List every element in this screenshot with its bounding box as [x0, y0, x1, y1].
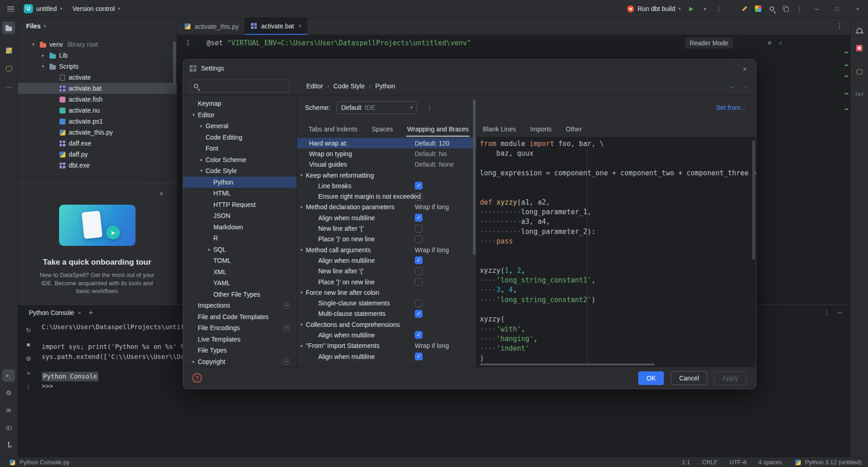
- settings-tree-item-keymap[interactable]: Keymap: [183, 98, 297, 109]
- settings-tree-item-color-scheme[interactable]: ▸Color Scheme: [183, 154, 297, 166]
- tools-button[interactable]: [738, 2, 751, 16]
- setting-row-align-when-multiline[interactable]: Align when multiline✓: [297, 351, 476, 362]
- settings-tree-item-font[interactable]: Font: [183, 143, 297, 154]
- settings-tree-item-r[interactable]: R: [183, 233, 297, 244]
- settings-search-input[interactable]: [201, 82, 286, 90]
- setting-row-multi-clause-statements[interactable]: Multi-clause statements✓: [297, 309, 476, 319]
- tree-item-activate[interactable]: activate: [18, 72, 177, 83]
- settings-tree-item-code-style[interactable]: ▾Code Style: [183, 165, 297, 177]
- settings-tree-item-html[interactable]: HTML: [183, 188, 297, 199]
- main-menu-button[interactable]: [4, 2, 17, 16]
- setting-row-new-line-after[interactable]: New line after '(': [297, 223, 476, 234]
- chevron-down-icon[interactable]: ▾: [300, 343, 303, 348]
- setting-row-align-when-multiline[interactable]: Align when multiline✓: [297, 330, 476, 340]
- status-item-1-1[interactable]: 1:1: [682, 459, 690, 466]
- settings-tree-item-yaml[interactable]: YAML: [183, 277, 297, 289]
- run-menu-button[interactable]: ⋮: [712, 2, 726, 16]
- settings-tree-item-code-editing[interactable]: Code Editing: [183, 132, 297, 143]
- tree-item-activate-fish[interactable]: activate.fish: [18, 94, 177, 105]
- checkbox[interactable]: ✓: [415, 310, 423, 318]
- statusbar-file[interactable]: Python Console.py: [8, 459, 70, 466]
- tree-item-activate-bat[interactable]: activate.bat: [18, 83, 177, 94]
- rerun-console-button[interactable]: ↻: [23, 325, 33, 335]
- python-console-tool-button[interactable]: >_: [2, 369, 15, 382]
- setting-row-method-declaration-parameters[interactable]: ▾Method declaration parametersWrap if lo…: [297, 202, 476, 212]
- sciview-tool-button[interactable]: [853, 42, 866, 54]
- console-tab[interactable]: Python Console ×: [29, 309, 81, 316]
- status-item-utf-8[interactable]: UTF-8: [730, 459, 747, 466]
- chevron-right-icon[interactable]: ▸: [190, 359, 198, 364]
- tree-item-activate-ps1[interactable]: activate.ps1: [18, 116, 177, 127]
- set-from-link[interactable]: Set from...: [713, 103, 749, 112]
- chevron-down-icon[interactable]: ▾: [300, 173, 303, 178]
- checkbox[interactable]: ✓: [415, 256, 423, 264]
- breadcrumb-item-code-style[interactable]: Code Style: [333, 82, 364, 90]
- options-kebab-icon[interactable]: ⋮: [824, 309, 830, 316]
- settings-tree-item-general[interactable]: ▸General: [183, 120, 297, 132]
- checkbox[interactable]: [415, 225, 423, 233]
- variables-tool-button[interactable]: (x): [853, 87, 866, 100]
- console-settings-button[interactable]: ⚙: [23, 353, 33, 364]
- apply-button[interactable]: Apply: [714, 371, 747, 385]
- chevron-right-icon[interactable]: ▸: [205, 247, 213, 252]
- settings-tree-item-editor[interactable]: ▾Editor: [183, 109, 297, 121]
- structure-tool-button[interactable]: [2, 44, 15, 57]
- problems-tool-button[interactable]: [2, 421, 15, 434]
- checkbox[interactable]: [415, 267, 423, 275]
- tree-item-daff-exe[interactable]: daff.exe: [18, 138, 177, 149]
- settings-tree-item-file-encodings[interactable]: File Encodings: [183, 322, 297, 334]
- tree-item-activate-this-py[interactable]: activate_this.py: [18, 127, 177, 138]
- diff-button[interactable]: [779, 2, 792, 16]
- tab-other[interactable]: Other: [565, 125, 583, 137]
- hide-panel-icon[interactable]: ─: [837, 309, 842, 316]
- setting-row-keep-when-reformatting[interactable]: ▾Keep when reformatting: [297, 170, 476, 180]
- setting-row-single-clause-statements[interactable]: Single-clause statements: [297, 298, 476, 308]
- chevron-down-icon[interactable]: ▾: [197, 168, 206, 173]
- settings-search[interactable]: [190, 80, 290, 92]
- more-tools-button[interactable]: ⋯: [2, 81, 15, 93]
- tab-list-icon[interactable]: ⋮: [834, 22, 846, 30]
- settings-tree-item-file-and-code-templates[interactable]: File and Code Templates: [183, 311, 297, 323]
- settings-tool-button[interactable]: ⚙: [2, 386, 15, 399]
- tree-item-lib[interactable]: ▸Lib: [18, 50, 177, 61]
- search-everywhere-button[interactable]: [765, 2, 779, 16]
- settings-tree-item-file-types[interactable]: File Types: [183, 345, 297, 356]
- cancel-button[interactable]: Cancel: [671, 371, 707, 385]
- chevron-right-icon[interactable]: ▸: [197, 124, 206, 128]
- settings-tree-item-sql[interactable]: ▸SQL: [183, 244, 297, 255]
- tree-item-venv[interactable]: ▾venvlibrary root: [18, 39, 177, 50]
- settings-tree-item-live-templates[interactable]: Live Templates: [183, 334, 297, 345]
- setting-row-force-new-line-after-colon[interactable]: ▾Force new line after colon: [297, 287, 476, 298]
- setting-row-ensure-right-margin-is-not-exceeded[interactable]: Ensure right margin is not exceeded: [297, 191, 476, 201]
- more-run-options-button[interactable]: ▾: [698, 2, 712, 16]
- database-tool-button[interactable]: [2, 62, 15, 75]
- scheme-dropdown[interactable]: Default IDE ▾: [336, 101, 417, 114]
- tree-item-daff-py[interactable]: daff.py: [18, 149, 177, 160]
- tree-item-dbt-exe[interactable]: dbt.exe: [18, 160, 177, 171]
- setting-row-place-on-new-line[interactable]: Place ')' on new line: [297, 277, 476, 287]
- minimize-button[interactable]: ─: [806, 0, 827, 18]
- checkbox[interactable]: ✓: [415, 331, 423, 339]
- files-tool-button[interactable]: [2, 22, 15, 34]
- settings-tree-item-inspections[interactable]: Inspections: [183, 300, 297, 311]
- setting-row-hard-wrap-at[interactable]: Hard wrap at:Default: 120: [297, 138, 476, 148]
- checkbox[interactable]: [415, 278, 423, 286]
- chevron-right-icon[interactable]: ▸: [38, 53, 48, 58]
- close-dialog-icon[interactable]: ×: [738, 62, 751, 75]
- project-widget[interactable]: U untitled ▾: [20, 2, 66, 16]
- help-icon[interactable]: ?: [192, 373, 202, 383]
- stop-console-button[interactable]: ■: [23, 339, 33, 349]
- vcs-widget[interactable]: Version control ▾: [69, 2, 124, 16]
- tree-item-scripts[interactable]: ▾Scripts: [18, 61, 177, 72]
- reader-mode-button[interactable]: Reader Mode: [685, 38, 733, 49]
- run-config-widget[interactable]: Run dbt build ▾: [624, 2, 684, 16]
- breadcrumb-item-python[interactable]: Python: [375, 82, 395, 90]
- chevron-down-icon[interactable]: ▾: [38, 64, 48, 69]
- notifications-button[interactable]: [853, 23, 866, 36]
- setting-row-align-when-multiline[interactable]: Align when multiline✓: [297, 255, 476, 266]
- plugins-button[interactable]: [751, 2, 765, 16]
- status-item-crlf[interactable]: CRLF: [702, 459, 718, 466]
- setting-row-wrap-on-typing[interactable]: Wrap on typingDefault: No: [297, 148, 476, 159]
- setting-row-visual-guides[interactable]: Visual guidesDefault: None: [297, 159, 476, 170]
- checkbox[interactable]: [415, 193, 423, 201]
